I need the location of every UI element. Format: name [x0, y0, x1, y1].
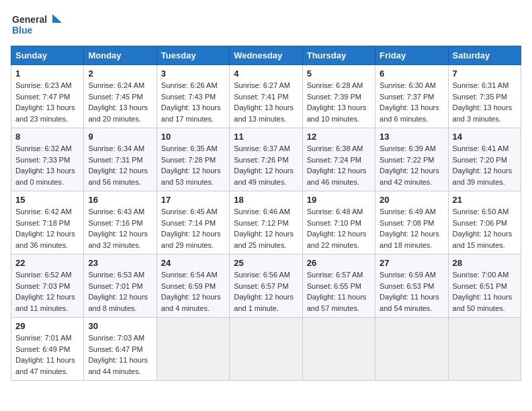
- day-info: Sunrise: 6:35 AM Sunset: 7:28 PM Dayligh…: [161, 143, 225, 187]
- day-info: Sunrise: 6:30 AM Sunset: 7:37 PM Dayligh…: [380, 80, 443, 124]
- day-info: Sunrise: 6:26 AM Sunset: 7:43 PM Dayligh…: [161, 80, 225, 124]
- calendar-cell: 17Sunrise: 6:45 AM Sunset: 7:14 PM Dayli…: [157, 191, 229, 255]
- calendar-cell: 20Sunrise: 6:49 AM Sunset: 7:08 PM Dayli…: [375, 191, 448, 255]
- day-info: Sunrise: 6:27 AM Sunset: 7:41 PM Dayligh…: [234, 80, 298, 124]
- calendar-cell: 21Sunrise: 6:50 AM Sunset: 7:06 PM Dayli…: [448, 191, 521, 255]
- logo-icon: GeneralBlue: [11, 11, 64, 38]
- calendar-cell: 19Sunrise: 6:48 AM Sunset: 7:10 PM Dayli…: [302, 191, 375, 255]
- day-info: Sunrise: 6:50 AM Sunset: 7:06 PM Dayligh…: [453, 206, 517, 250]
- day-number: 26: [307, 258, 371, 268]
- calendar-cell: 23Sunrise: 6:53 AM Sunset: 7:01 PM Dayli…: [84, 255, 157, 318]
- header-thursday: Thursday: [302, 46, 375, 65]
- day-number: 3: [161, 68, 225, 79]
- day-info: Sunrise: 6:41 AM Sunset: 7:20 PM Dayligh…: [453, 143, 517, 187]
- day-info: Sunrise: 7:01 AM Sunset: 6:49 PM Dayligh…: [15, 332, 79, 377]
- day-info: Sunrise: 7:00 AM Sunset: 6:51 PM Dayligh…: [453, 269, 517, 314]
- day-info: Sunrise: 6:45 AM Sunset: 7:14 PM Dayligh…: [161, 206, 225, 250]
- day-number: 21: [453, 195, 517, 205]
- day-number: 9: [88, 132, 152, 142]
- header-tuesday: Tuesday: [157, 46, 229, 65]
- day-info: Sunrise: 6:31 AM Sunset: 7:35 PM Dayligh…: [453, 80, 517, 124]
- calendar-cell: 25Sunrise: 6:56 AM Sunset: 6:57 PM Dayli…: [230, 255, 302, 318]
- calendar-cell: 27Sunrise: 6:59 AM Sunset: 6:53 PM Dayli…: [375, 255, 448, 318]
- calendar-week-row: 22Sunrise: 6:52 AM Sunset: 7:03 PM Dayli…: [11, 255, 521, 318]
- calendar-header-row: SundayMondayTuesdayWednesdayThursdayFrid…: [11, 46, 521, 65]
- calendar-cell: 16Sunrise: 6:43 AM Sunset: 7:16 PM Dayli…: [84, 191, 157, 255]
- day-info: Sunrise: 6:56 AM Sunset: 6:57 PM Dayligh…: [234, 269, 298, 314]
- day-number: 23: [88, 258, 152, 268]
- calendar-cell: [375, 318, 448, 381]
- calendar-cell: [302, 318, 375, 381]
- header-sunday: Sunday: [11, 46, 84, 65]
- calendar-cell: 26Sunrise: 6:57 AM Sunset: 6:55 PM Dayli…: [302, 255, 375, 318]
- day-info: Sunrise: 6:57 AM Sunset: 6:55 PM Dayligh…: [307, 269, 371, 314]
- day-number: 20: [380, 195, 443, 205]
- day-number: 5: [307, 68, 371, 79]
- logo: GeneralBlue: [11, 11, 64, 38]
- calendar-cell: [157, 318, 229, 381]
- day-number: 6: [380, 68, 443, 79]
- day-number: 29: [15, 321, 79, 331]
- calendar-table: SundayMondayTuesdayWednesdayThursdayFrid…: [11, 46, 521, 381]
- calendar-cell: 15Sunrise: 6:42 AM Sunset: 7:18 PM Dayli…: [11, 191, 84, 255]
- day-number: 1: [15, 68, 79, 79]
- day-info: Sunrise: 6:34 AM Sunset: 7:31 PM Dayligh…: [88, 143, 152, 187]
- day-number: 10: [161, 132, 225, 142]
- svg-text:General: General: [12, 14, 47, 25]
- day-number: 8: [15, 132, 79, 142]
- header-friday: Friday: [375, 46, 448, 65]
- day-info: Sunrise: 6:24 AM Sunset: 7:45 PM Dayligh…: [88, 80, 152, 124]
- calendar-cell: 24Sunrise: 6:54 AM Sunset: 6:59 PM Dayli…: [157, 255, 229, 318]
- day-number: 25: [234, 258, 298, 268]
- calendar-cell: [448, 318, 521, 381]
- calendar-week-row: 15Sunrise: 6:42 AM Sunset: 7:18 PM Dayli…: [11, 191, 521, 255]
- day-info: Sunrise: 6:59 AM Sunset: 6:53 PM Dayligh…: [380, 269, 443, 314]
- calendar-cell: 8Sunrise: 6:32 AM Sunset: 7:33 PM Daylig…: [11, 128, 84, 191]
- day-info: Sunrise: 6:48 AM Sunset: 7:10 PM Dayligh…: [307, 206, 371, 250]
- day-info: Sunrise: 6:46 AM Sunset: 7:12 PM Dayligh…: [234, 206, 298, 250]
- day-number: 24: [161, 258, 225, 268]
- day-info: Sunrise: 6:28 AM Sunset: 7:39 PM Dayligh…: [307, 80, 371, 124]
- day-number: 2: [88, 68, 152, 79]
- calendar-cell: 28Sunrise: 7:00 AM Sunset: 6:51 PM Dayli…: [448, 255, 521, 318]
- day-number: 27: [380, 258, 443, 268]
- calendar-cell: 22Sunrise: 6:52 AM Sunset: 7:03 PM Dayli…: [11, 255, 84, 318]
- day-number: 14: [453, 132, 517, 142]
- day-number: 30: [88, 321, 152, 331]
- calendar-cell: 4Sunrise: 6:27 AM Sunset: 7:41 PM Daylig…: [230, 65, 302, 128]
- day-number: 4: [234, 68, 298, 79]
- calendar-cell: 7Sunrise: 6:31 AM Sunset: 7:35 PM Daylig…: [448, 65, 521, 128]
- calendar-cell: 18Sunrise: 6:46 AM Sunset: 7:12 PM Dayli…: [230, 191, 302, 255]
- header-monday: Monday: [84, 46, 157, 65]
- day-info: Sunrise: 6:32 AM Sunset: 7:33 PM Dayligh…: [15, 143, 79, 187]
- calendar-cell: 5Sunrise: 6:28 AM Sunset: 7:39 PM Daylig…: [302, 65, 375, 128]
- day-number: 16: [88, 195, 152, 205]
- calendar-cell: 30Sunrise: 7:03 AM Sunset: 6:47 PM Dayli…: [84, 318, 157, 381]
- calendar-cell: 2Sunrise: 6:24 AM Sunset: 7:45 PM Daylig…: [84, 65, 157, 128]
- calendar-cell: 6Sunrise: 6:30 AM Sunset: 7:37 PM Daylig…: [375, 65, 448, 128]
- calendar-week-row: 1Sunrise: 6:23 AM Sunset: 7:47 PM Daylig…: [11, 65, 521, 128]
- day-number: 13: [380, 132, 443, 142]
- day-info: Sunrise: 6:54 AM Sunset: 6:59 PM Dayligh…: [161, 269, 225, 314]
- svg-text:Blue: Blue: [12, 25, 33, 36]
- day-number: 15: [15, 195, 79, 205]
- header-saturday: Saturday: [448, 46, 521, 65]
- calendar-cell: 11Sunrise: 6:37 AM Sunset: 7:26 PM Dayli…: [230, 128, 302, 191]
- day-number: 11: [234, 132, 298, 142]
- day-info: Sunrise: 6:49 AM Sunset: 7:08 PM Dayligh…: [380, 206, 443, 250]
- calendar-cell: 10Sunrise: 6:35 AM Sunset: 7:28 PM Dayli…: [157, 128, 229, 191]
- day-info: Sunrise: 6:23 AM Sunset: 7:47 PM Dayligh…: [15, 80, 79, 124]
- day-info: Sunrise: 6:38 AM Sunset: 7:24 PM Dayligh…: [307, 143, 371, 187]
- calendar-week-row: 29Sunrise: 7:01 AM Sunset: 6:49 PM Dayli…: [11, 318, 521, 381]
- calendar-cell: 12Sunrise: 6:38 AM Sunset: 7:24 PM Dayli…: [302, 128, 375, 191]
- day-number: 12: [307, 132, 371, 142]
- calendar-cell: 14Sunrise: 6:41 AM Sunset: 7:20 PM Dayli…: [448, 128, 521, 191]
- calendar-cell: 29Sunrise: 7:01 AM Sunset: 6:49 PM Dayli…: [11, 318, 84, 381]
- day-info: Sunrise: 6:53 AM Sunset: 7:01 PM Dayligh…: [88, 269, 152, 314]
- calendar-cell: 9Sunrise: 6:34 AM Sunset: 7:31 PM Daylig…: [84, 128, 157, 191]
- day-number: 17: [161, 195, 225, 205]
- calendar-cell: [230, 318, 302, 381]
- day-info: Sunrise: 6:43 AM Sunset: 7:16 PM Dayligh…: [88, 206, 152, 250]
- day-info: Sunrise: 6:37 AM Sunset: 7:26 PM Dayligh…: [234, 143, 298, 187]
- calendar-cell: 1Sunrise: 6:23 AM Sunset: 7:47 PM Daylig…: [11, 65, 84, 128]
